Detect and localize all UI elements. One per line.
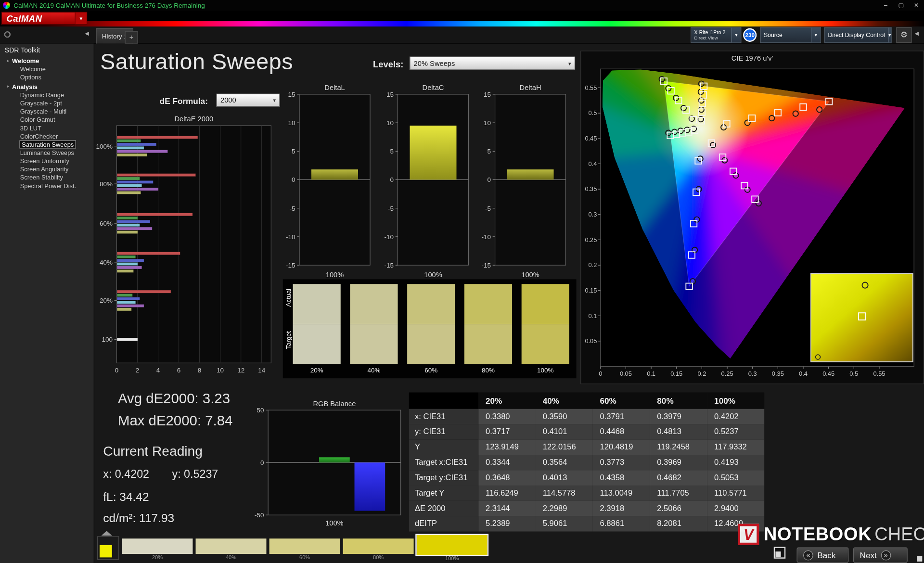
panel-collapse-icon[interactable]: ◀ [914,31,918,37]
sidebar-item-screen-angularity[interactable]: Screen Angularity [0,165,94,173]
calman-menu-button[interactable]: CalMAN ▼ [1,12,87,25]
table-row-label: dEITP [409,516,478,532]
source-dropdown[interactable]: Source ▾ [760,27,821,43]
sidebar-item-screen-stability[interactable]: Screen Stability [0,173,94,181]
svg-text:0.25: 0.25 [585,236,597,243]
table-cell: 0.4813 [650,424,707,440]
cie-svg-host: 0.050.10.150.20.250.30.350.40.450.50.550… [581,51,924,387]
svg-text:-5: -5 [485,205,491,212]
patch-swatch-60[interactable]: 60% [270,538,340,562]
sidebar-section-analysis[interactable]: ▸Analysis [0,81,94,91]
svg-text:15: 15 [484,91,491,98]
sidebar-item-luminance-sweeps[interactable]: Luminance Sweeps [0,149,94,157]
sidebar-item-welcome[interactable]: Welcome [0,65,94,73]
patch-swatch-100[interactable]: 100% [417,535,488,563]
delta-e-bar [117,227,152,230]
cie-diagram: 0.050.10.150.20.250.30.350.40.450.50.550… [581,51,924,385]
cie-measured-point [698,156,703,161]
table-cell: 111.7705 [650,486,707,501]
gear-icon[interactable]: ⚙ [896,27,911,43]
avg-de2000: Avg dE2000: 3.23 [118,390,230,407]
table-row-deitp: dEITP5.23895.90616.88618.208112.4600 [409,516,764,532]
svg-text:5: 5 [390,148,393,155]
svg-text:0.4: 0.4 [589,160,597,167]
sidebar-item-grayscale-2pt[interactable]: Grayscale - 2pt [0,99,94,107]
sidebar-item-3d-lut[interactable]: 3D LUT [0,124,94,132]
patch-label: 20% [122,554,192,562]
swatch-actual [464,284,512,324]
svg-text:10: 10 [386,119,394,127]
sidebar-tree: ▸WelcomeWelcomeOptions▸AnalysisDynamic R… [0,55,94,190]
sidebar-item-grayscale-multi[interactable]: Grayscale - Multi [0,107,94,115]
back-label: Back [817,550,835,560]
sidebar-item-colorchecker[interactable]: ColorChecker [0,132,94,140]
delta-e-bar [117,301,136,304]
patch-swatch-80[interactable]: 80% [343,538,414,562]
table-col-header: 60% [593,393,650,409]
cie-measured-point [666,86,671,91]
maximize-button[interactable]: ▢ [893,0,909,11]
table-col-header: 40% [536,393,593,409]
swatch-actual [293,284,341,324]
de-formula-dropdown[interactable]: 2000 ▾ [216,94,280,107]
rgb-bar-blue [355,462,385,511]
meter-status-badge[interactable]: 230 [743,28,757,42]
window-controls: – ▢ ✕ [878,0,924,11]
minimize-button[interactable]: – [878,0,894,11]
patch-color [417,535,488,555]
delta-e-bar [117,220,150,223]
chevron-down-icon[interactable]: ▾ [732,28,741,43]
display-control-label: Direct Display Control [828,32,885,38]
add-tab-button[interactable]: + [125,31,138,44]
svg-text:80%: 80% [100,180,113,188]
current-patch-box[interactable] [97,536,119,560]
sidebar-item-screen-uniformity[interactable]: Screen Uniformity [0,157,94,165]
sidebar-section-welcome[interactable]: ▸Welcome [0,55,94,65]
logo-dropdown-icon[interactable]: ▼ [75,13,87,24]
meter-dropdown[interactable]: X-Rite i1Pro 2 Direct View ▾ [691,27,741,43]
back-button[interactable]: « Back [797,548,849,563]
table-cell: 6.8861 [593,516,650,532]
resize-grip[interactable] [917,556,922,562]
swatch-target [522,324,569,364]
cie-measured-point [699,107,704,112]
swatch-percent-label: 60% [407,367,455,374]
sidebar-collapse-icon[interactable]: ◀ [85,31,89,37]
titlebar: CalMAN 2019 CalMAN Ultimate for Business… [0,0,924,11]
table-cell: 0.3717 [478,424,536,440]
sidebar-item-spectral-power-dist[interactable]: Spectral Power Dist. [0,181,94,190]
patch-window-icon[interactable] [774,547,785,558]
patch-swatch-20[interactable]: 20% [122,538,192,562]
next-button[interactable]: Next » [853,548,908,563]
svg-text:0.5: 0.5 [849,370,858,377]
delta-e-bar [117,304,144,307]
svg-text:0.35: 0.35 [585,185,597,192]
chevron-down-icon[interactable]: ▾ [811,28,821,43]
svg-text:0.2: 0.2 [697,370,706,377]
table-cell: 114.5778 [536,486,593,501]
workflow-circle-button[interactable] [4,31,11,38]
sidebar-item-saturation-sweeps[interactable]: Saturation Sweeps [0,140,94,148]
table-cell: 2.3918 [593,501,650,516]
patch-popup-arrow-icon[interactable] [102,531,112,536]
svg-text:DeltaH: DeltaH [520,84,541,91]
target-label: Target [284,331,292,349]
levels-dropdown[interactable]: 20% Sweeps ▾ [410,57,575,70]
patch-swatch-40[interactable]: 40% [196,538,267,562]
svg-text:0.3: 0.3 [748,370,757,377]
window-title: CalMAN 2019 CalMAN Ultimate for Business… [13,2,205,9]
deltac-bar [410,126,457,179]
chevron-down-icon[interactable]: ▾ [888,28,891,43]
table-row-label: x: CIE31 [409,409,478,424]
table-cell: 0.3564 [536,455,593,470]
svg-text:RGB Balance: RGB Balance [313,400,356,408]
sidebar-item-dynamic-range[interactable]: Dynamic Range [0,91,94,99]
display-control-dropdown[interactable]: Direct Display Control ▾ [824,27,892,43]
svg-text:0.05: 0.05 [620,370,632,377]
close-button[interactable]: ✕ [909,0,924,11]
meter-label: X-Rite i1Pro 2 Direct View [691,28,728,43]
sidebar-item-options[interactable]: Options [0,73,94,81]
table-cell: 0.3773 [593,455,650,470]
sidebar-item-color-gamut[interactable]: Color Gamut [0,115,94,124]
table-cell: 0.4682 [650,470,707,486]
